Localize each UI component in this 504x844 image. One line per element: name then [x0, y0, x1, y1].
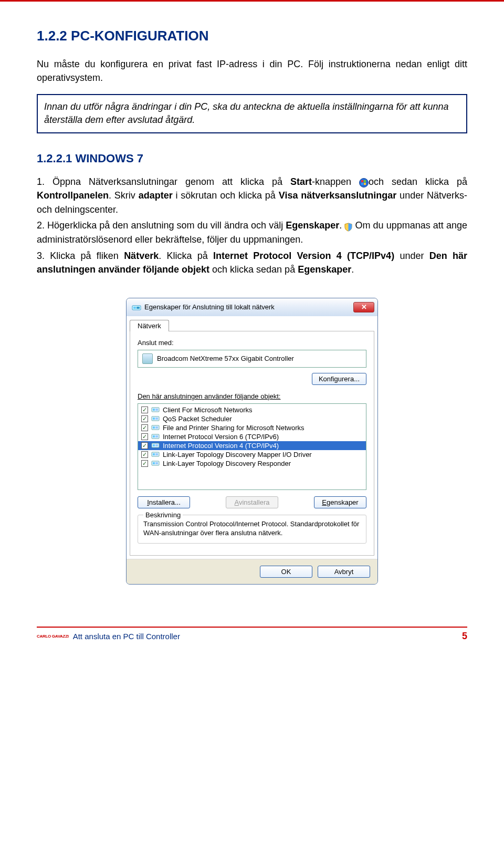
svg-rect-6 [133, 307, 136, 309]
uac-shield-icon [344, 222, 352, 231]
intro-para: Nu måste du konfigurera en privat fast I… [37, 57, 467, 85]
svg-rect-22 [155, 444, 158, 446]
list-item-label: Internet Protocol Version 4 (TCP/IPv4) [163, 442, 279, 450]
component-icon [151, 460, 160, 467]
svg-rect-25 [155, 453, 158, 455]
ok-button[interactable]: OK [260, 566, 312, 578]
list-item[interactable]: ✓File and Printer Sharing for Microsoft … [138, 423, 366, 432]
list-item-label: Internet Protocol Version 6 (TCP/IPv6) [163, 433, 279, 441]
t: . Klicka på [159, 251, 213, 261]
component-icon [151, 451, 160, 458]
checkbox[interactable]: ✓ [141, 415, 148, 422]
properties-dialog: Egenskaper för Anslutning till lokalt nä… [126, 298, 378, 585]
t: 1. Öppna Nätverksanslutningar genom att … [37, 176, 290, 187]
component-icon [151, 406, 160, 413]
checkbox[interactable]: ✓ [141, 442, 148, 449]
svg-rect-2 [364, 180, 366, 182]
dialog-title: Egenskaper för Anslutning till lokalt nä… [144, 303, 353, 311]
svg-rect-4 [364, 183, 366, 185]
list-item-label: Link-Layer Topology Discovery Mapper I/O… [163, 451, 312, 459]
section-title-a: PC- [71, 28, 94, 44]
checkbox[interactable]: ✓ [141, 424, 148, 431]
list-item-label: Link-Layer Topology Discovery Responder [163, 460, 291, 467]
checkbox[interactable]: ✓ [141, 460, 148, 467]
t: 2. Högerklicka på den anslutning som du … [37, 220, 286, 231]
svg-rect-19 [155, 435, 158, 437]
svg-rect-10 [155, 409, 158, 411]
list-item-label: Client For Microsoft Networks [163, 406, 252, 414]
install-button[interactable]: Installera... [138, 496, 190, 508]
list-item[interactable]: ✓Client For Microsoft Networks [138, 405, 366, 414]
sub-heading: 1.2.2.1 WINDOWS 7 [37, 152, 467, 165]
t: Egenskaper [286, 220, 339, 231]
description-group: Beskrivning Transmission Control Protoco… [138, 515, 366, 544]
component-icon [151, 433, 160, 440]
t: och sedan klicka på [369, 176, 467, 187]
checkbox[interactable]: ✓ [141, 433, 148, 440]
section-num: 1.2.2 [37, 28, 71, 44]
tab-network[interactable]: Nätverk [130, 320, 169, 331]
svg-rect-27 [153, 462, 155, 464]
t: . [351, 264, 354, 275]
sub-num: 1.2.2.1 [37, 152, 75, 165]
configure-button[interactable]: Konfigurera... [312, 373, 366, 385]
properties-button[interactable]: Egenskaper [314, 496, 366, 508]
connect-with-label: Anslut med: [138, 339, 366, 347]
t: i sökrutan och klicka på [173, 190, 279, 201]
close-button[interactable]: ✕ [353, 302, 374, 312]
t: -knappen [312, 176, 359, 187]
tab-panel: Anslut med: Broadcom NetXtreme 57xx Giga… [130, 331, 374, 556]
close-icon: ✕ [361, 303, 367, 311]
t: 3. Klicka på fliken [37, 251, 124, 261]
uses-label: Den här anslutningen använder följande o… [138, 392, 366, 400]
description-text: Transmission Control Protocol/Internet P… [143, 520, 359, 537]
t: adapter [139, 190, 173, 201]
components-listbox[interactable]: ✓Client For Microsoft Networks✓QoS Packe… [138, 403, 366, 490]
step-2: 2. Högerklicka på den anslutning som du … [37, 218, 467, 246]
brand-logo: CARLO GAVAZZI [37, 634, 69, 638]
list-item[interactable]: ✓Internet Protocol Version 4 (TCP/IPv4) [138, 441, 366, 450]
windows-start-icon [359, 178, 369, 187]
component-icon [151, 415, 160, 422]
adapter-box: Broadcom NetXtreme 57xx Gigabit Controll… [138, 350, 366, 368]
t: . [339, 220, 344, 231]
list-item[interactable]: ✓Link-Layer Topology Discovery Mapper I/… [138, 450, 366, 459]
checkbox[interactable]: ✓ [141, 407, 148, 413]
t: Internet Protocol Version 4 (TCP/IPv4) [213, 251, 394, 261]
description-legend: Beskrivning [143, 510, 183, 520]
list-item[interactable]: ✓Internet Protocol Version 6 (TCP/IPv6) [138, 432, 366, 441]
sub-a: W [75, 152, 86, 165]
svg-rect-16 [155, 426, 158, 429]
cancel-button[interactable]: Avbryt [318, 566, 370, 578]
t: och klicka sedan på [209, 264, 298, 275]
network-adapter-icon [132, 303, 141, 312]
footer-title: Att ansluta en PC till Controller [73, 632, 180, 641]
list-item[interactable]: ✓Link-Layer Topology Discovery Responder [138, 459, 366, 468]
t: Visa nätverksanslutningar [279, 190, 397, 201]
step-1: 1. Öppna Nätverksanslutningar genom att … [37, 175, 467, 217]
svg-rect-24 [153, 453, 155, 455]
sub-c: 7 [134, 152, 143, 165]
sub-b: INDOWS [86, 152, 133, 165]
list-item[interactable]: ✓QoS Packet Scheduler [138, 414, 366, 423]
svg-rect-7 [136, 307, 140, 309]
step-3: 3. Klicka på fliken Nätverk. Klicka på I… [37, 249, 467, 277]
list-item-label: File and Printer Sharing for Microsoft N… [163, 424, 304, 432]
section-title-b: KONFIGURATION [94, 28, 209, 44]
svg-rect-13 [155, 418, 158, 420]
dialog-titlebar[interactable]: Egenskaper för Anslutning till lokalt nä… [127, 298, 377, 316]
page-footer: CARLO GAVAZZI Att ansluta en PC till Con… [37, 627, 467, 642]
t: Nätverk [124, 251, 159, 261]
nic-icon [142, 353, 153, 364]
list-item-label: QoS Packet Scheduler [163, 415, 232, 423]
svg-rect-15 [153, 426, 155, 429]
svg-rect-28 [155, 462, 158, 464]
section-heading: 1.2.2 PC-KONFIGURATION [37, 28, 467, 44]
t: Egenskaper [298, 264, 351, 275]
note-box: Innan du utför några ändringar i din PC,… [37, 94, 467, 133]
svg-rect-21 [153, 444, 155, 446]
component-icon [151, 442, 160, 449]
uninstall-button: Avinstallera [226, 496, 278, 508]
t: under [394, 251, 429, 261]
checkbox[interactable]: ✓ [141, 451, 148, 458]
